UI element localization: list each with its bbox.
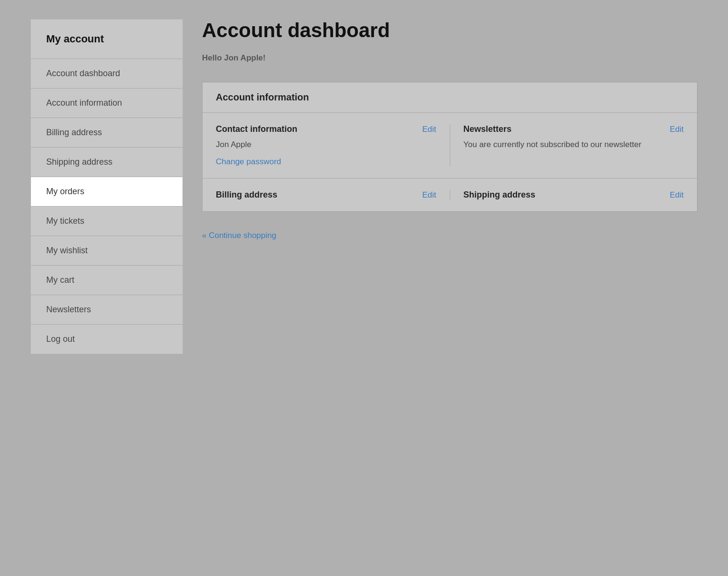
billing-edit-link[interactable]: Edit xyxy=(422,190,436,200)
shipping-title: Shipping address xyxy=(464,190,536,200)
shipping-col: Shipping address Edit xyxy=(464,190,684,200)
shipping-edit-link[interactable]: Edit xyxy=(670,190,684,200)
sidebar-item-account-information[interactable]: Account information xyxy=(31,89,182,118)
newsletters-status: You are currently not subscribed to our … xyxy=(464,140,684,149)
newsletters-title: Newsletters xyxy=(464,124,512,134)
sidebar-item-my-cart[interactable]: My cart xyxy=(31,266,182,295)
contact-newsletters-row: Contact information Edit Jon Apple Chang… xyxy=(202,113,697,179)
contact-info-title: Contact information xyxy=(216,124,297,134)
sidebar-item-account-dashboard[interactable]: Account dashboard xyxy=(31,59,182,89)
billing-shipping-row: Billing address Edit Shipping address Ed… xyxy=(202,179,697,211)
contact-info-col: Contact information Edit Jon Apple Chang… xyxy=(216,124,436,167)
main-content: Account dashboard Hello Jon Apple! Accou… xyxy=(202,19,698,557)
sidebar-item-newsletters[interactable]: Newsletters xyxy=(31,295,182,325)
account-card-body: Contact information Edit Jon Apple Chang… xyxy=(202,113,697,211)
sidebar: My account Account dashboardAccount info… xyxy=(30,19,183,354)
newsletters-col: Newsletters Edit You are currently not s… xyxy=(464,124,684,167)
page-container: My account Account dashboardAccount info… xyxy=(30,19,698,557)
contact-name: Jon Apple xyxy=(216,140,436,149)
contact-edit-link[interactable]: Edit xyxy=(422,125,436,134)
newsletters-edit-link[interactable]: Edit xyxy=(670,125,684,134)
page-title: Account dashboard xyxy=(202,19,698,42)
newsletters-header: Newsletters Edit xyxy=(464,124,684,134)
sidebar-item-my-orders[interactable]: My orders xyxy=(31,177,182,207)
sidebar-item-billing-address[interactable]: Billing address xyxy=(31,118,182,148)
greeting: Hello Jon Apple! xyxy=(202,53,698,63)
sidebar-item-my-tickets[interactable]: My tickets xyxy=(31,207,182,236)
account-card-header: Account information xyxy=(202,82,697,113)
sidebar-item-shipping-address[interactable]: Shipping address xyxy=(31,148,182,177)
continue-shopping-link[interactable]: « Continue shopping xyxy=(202,231,698,240)
col-divider-2 xyxy=(450,190,450,200)
sidebar-item-log-out[interactable]: Log out xyxy=(31,325,182,354)
billing-title: Billing address xyxy=(216,190,277,200)
col-divider-1 xyxy=(450,124,450,167)
billing-header: Billing address Edit xyxy=(216,190,436,200)
sidebar-title: My account xyxy=(31,20,182,59)
sidebar-item-my-wishlist[interactable]: My wishlist xyxy=(31,236,182,266)
account-card: Account information Contact information … xyxy=(202,82,698,212)
billing-col: Billing address Edit xyxy=(216,190,436,200)
shipping-header: Shipping address Edit xyxy=(464,190,684,200)
change-password-link[interactable]: Change password xyxy=(216,157,436,167)
contact-info-header: Contact information Edit xyxy=(216,124,436,134)
